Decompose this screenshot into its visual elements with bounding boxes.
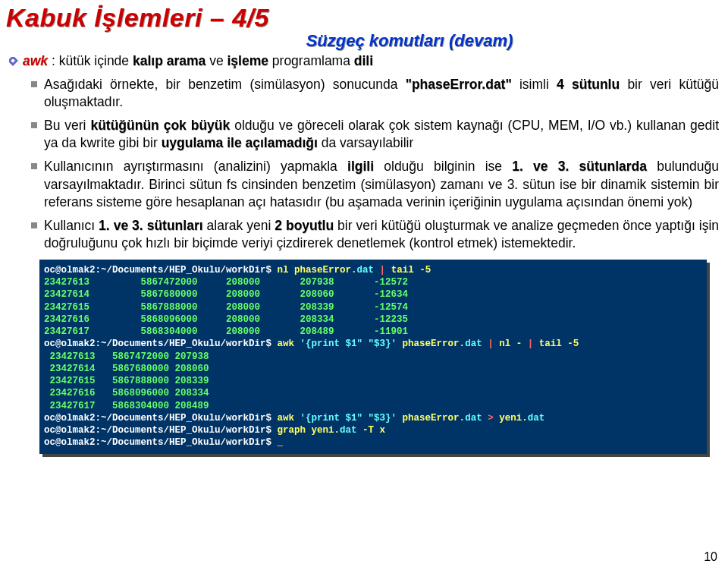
bullet-icon [30,217,44,252]
terminal-block: oc@olmak2:~/Documents/HEP_Okulu/workDir$… [39,260,707,454]
page-title: Kabuk İşlemleri – 4/5 [6,3,722,33]
bullet-columns: Kullanıcının ayrıştırmasını (analizini) … [30,158,719,210]
svg-rect-4 [31,163,37,169]
bullet-large-file: Bu veri kütüğünün çok büyük olduğu ve gö… [30,117,719,152]
bullet-awk-intro: awk : kütük içinde kalıp arama ve işleme… [9,52,719,70]
svg-rect-2 [31,81,37,87]
bullet-icon [30,158,44,210]
svg-rect-5 [31,222,37,228]
bullet-user-goal: Kullanıcı 1. ve 3. sütunları alarak yeni… [30,217,719,252]
keyword-awk: awk [23,53,48,68]
bullet-icon [30,117,44,152]
bullet-icon [30,76,44,111]
svg-rect-3 [31,122,37,128]
bullet-icon [9,52,23,70]
page-number: 10 [704,550,717,564]
page-subtitle: Süzgeç komutları (devam) [97,31,722,51]
bullet-example: Asağıdaki örnekte, bir benzetim (simülas… [30,76,719,111]
